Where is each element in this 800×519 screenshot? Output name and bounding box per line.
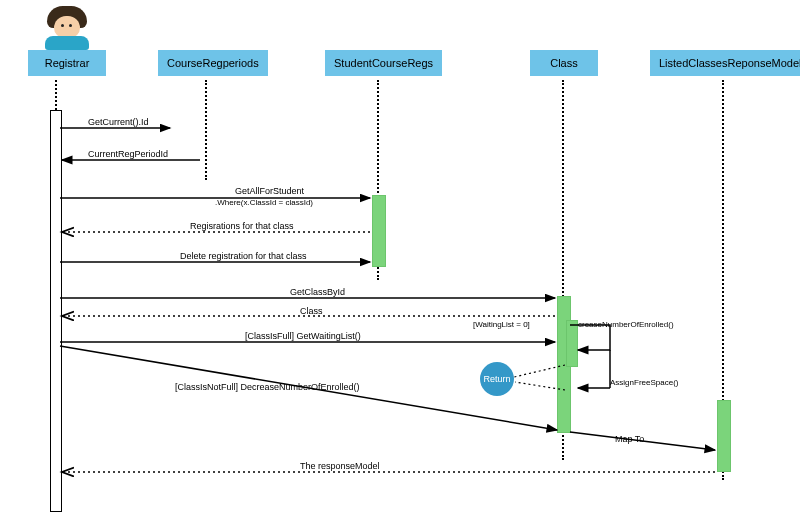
msg-deletereg: Delete registration for that class — [180, 251, 307, 261]
participant-registrar: Registrar — [28, 6, 106, 76]
msg-crease: creaseNumberOfEnrolled() — [578, 320, 674, 329]
msg-getallforstudent: GetAllForStudent — [235, 186, 304, 196]
arrows-layer — [0, 0, 800, 519]
participant-class: Class — [530, 50, 598, 76]
return-bubble: Return — [480, 362, 514, 396]
msg-getclassbyid: GetClassById — [290, 287, 345, 297]
activation-class-nested — [566, 320, 578, 367]
sequence-diagram: Registrar CourseRegperiods StudentCourse… — [0, 0, 800, 519]
msg-mapto: Map To — [615, 434, 644, 444]
participant-studentcourseregs: StudentCourseRegs — [325, 50, 442, 76]
participant-label: CourseRegperiods — [158, 50, 268, 76]
msg-getcurrent: GetCurrent().Id — [88, 117, 149, 127]
lifeline — [205, 80, 207, 180]
msg-classisfull: [ClassIsFull] GetWaitingList() — [245, 331, 361, 341]
person-icon — [47, 6, 87, 46]
msg-classnotfull: [ClassIsNotFull] DecreaseNumberOfEnrolle… — [175, 382, 360, 392]
participant-label: ListedClassesReponseModel — [650, 50, 800, 76]
participant-label: StudentCourseRegs — [325, 50, 442, 76]
msg-where: .Where(x.ClassId = classId) — [215, 198, 313, 207]
msg-registrations: Regisrations for that class — [190, 221, 294, 231]
activation-listedmodel — [717, 400, 731, 472]
participant-label: Registrar — [28, 50, 106, 76]
participant-listedmodel: ListedClassesReponseModel — [650, 50, 800, 76]
activation-registrar — [50, 110, 62, 512]
msg-responsemodel: The responseModel — [300, 461, 380, 471]
msg-waitinglist: [WaitingList = 0] — [473, 320, 530, 329]
participant-coursereg: CourseRegperiods — [158, 50, 268, 76]
activation-studentcourseregs — [372, 195, 386, 267]
participant-label: Class — [530, 50, 598, 76]
return-label: Return — [483, 374, 510, 384]
msg-class: Class — [300, 306, 323, 316]
msg-assignfreespace: AssignFreeSpace() — [610, 378, 678, 387]
msg-currentregperiodid: CurrentRegPeriodId — [88, 149, 168, 159]
